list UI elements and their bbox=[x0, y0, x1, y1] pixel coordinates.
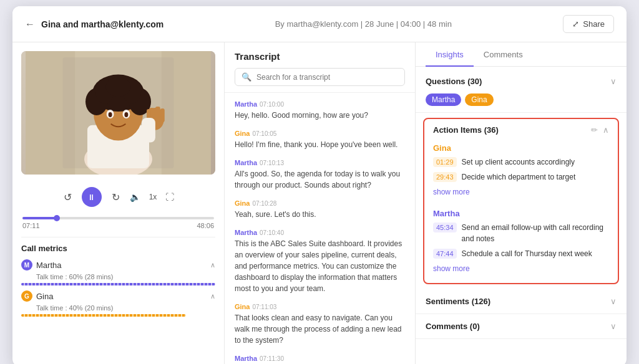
header-meta: By martha@klenty.com | 28 June | 04:00 |… bbox=[275, 19, 452, 29]
action-ts-martha-1: 47:44 bbox=[433, 249, 457, 259]
rewind-button[interactable]: ↺ bbox=[62, 190, 73, 204]
comments-chevron: ∨ bbox=[610, 322, 617, 331]
back-button[interactable]: ← bbox=[25, 19, 35, 30]
forward-button[interactable]: ↻ bbox=[110, 190, 121, 204]
transcript-text-1: Hello! I'm fine, thank you. Hope you've … bbox=[235, 139, 405, 150]
sentiments-title: Sentiments (126) bbox=[426, 297, 490, 306]
transcript-body: Martha07:10:00 Hey, hello. Good morning,… bbox=[225, 93, 415, 364]
action-item-gina-1: 29:43 Decide which department to target bbox=[433, 171, 609, 183]
transcript-panel: Transcript 🔍 Martha07:10:00 Hey, hello. … bbox=[225, 42, 416, 364]
talk-bar-martha bbox=[21, 283, 215, 285]
speed-label[interactable]: 1x bbox=[149, 193, 157, 201]
svg-point-15 bbox=[109, 112, 112, 117]
call-metrics: Call metrics M Martha ∧ Talk time : 60% … bbox=[21, 237, 215, 322]
speaker-label-5: Gina07:11:03 bbox=[235, 303, 405, 310]
action-ts-martha-0: 45:34 bbox=[433, 223, 457, 232]
speaker-name-gina: G Gina bbox=[21, 290, 53, 302]
sentiments-header[interactable]: Sentiments (126) ∨ bbox=[416, 289, 627, 314]
talk-time-gina: Talk time : 40% (20 mins) bbox=[36, 304, 215, 312]
share-icon: ⤢ bbox=[572, 19, 579, 29]
transcript-block-0: Martha07:10:00 Hey, hello. Good morning,… bbox=[235, 100, 405, 121]
svg-rect-19 bbox=[155, 107, 160, 122]
insights-tabs: Insights Comments bbox=[416, 42, 627, 67]
transcript-text-3: Yeah, sure. Let's do this. bbox=[235, 209, 405, 220]
action-item-gina-0: 01:29 Set up client accounts accordingly bbox=[433, 156, 609, 168]
transcript-block-4: Martha07:10:40 This is the ABC Sales Sui… bbox=[235, 229, 405, 294]
speaker-label-3: Gina07:10:28 bbox=[235, 199, 405, 207]
header: ← Gina and martha@klenty.com By martha@k… bbox=[12, 6, 627, 42]
speaker-label-0: Martha07:10:00 bbox=[235, 100, 405, 108]
action-text-martha-1: Schedule a call for Thursday next week bbox=[462, 248, 592, 259]
speaker-label-4: Martha07:10:40 bbox=[235, 229, 405, 236]
transcript-block-5: Gina07:11:03 That looks clean and easy t… bbox=[235, 303, 405, 346]
questions-section-header[interactable]: Questions (30) ∨ bbox=[416, 69, 627, 93]
progress-bar-container[interactable]: 07:11 48:06 bbox=[21, 217, 215, 229]
q-tag-gina[interactable]: Gina bbox=[465, 93, 493, 106]
action-items-title: Action Items (36) bbox=[433, 125, 499, 135]
questions-section-right: ∨ bbox=[610, 77, 617, 86]
speaker-row-martha: M Martha ∧ bbox=[21, 259, 215, 271]
chevron-gina[interactable]: ∧ bbox=[210, 292, 215, 300]
pause-button[interactable]: ⏸ bbox=[82, 187, 102, 207]
progress-fill bbox=[22, 217, 57, 219]
svg-point-12 bbox=[106, 77, 131, 97]
share-button[interactable]: ⤢ Share bbox=[563, 15, 614, 33]
transcript-header: Transcript 🔍 bbox=[225, 42, 415, 93]
fullscreen-icon[interactable]: ⛶ bbox=[165, 192, 174, 202]
transcript-text-4: This is the ABC Sales Suite dashboard. I… bbox=[235, 238, 405, 294]
transcript-title: Transcript bbox=[235, 51, 405, 62]
total-time: 48:06 bbox=[197, 222, 214, 229]
gina-show-more[interactable]: show more bbox=[433, 186, 609, 201]
speaker-label-gina: Gina bbox=[36, 292, 53, 301]
action-items-section: Action Items (36) ✏ ∧ Gina 01:29 Set up … bbox=[423, 118, 619, 284]
page-title: Gina and martha@klenty.com bbox=[41, 19, 163, 29]
speaker-initial-martha: M bbox=[21, 259, 32, 271]
svg-rect-22 bbox=[142, 118, 155, 143]
share-label: Share bbox=[583, 19, 605, 29]
video-player[interactable] bbox=[21, 51, 215, 175]
video-controls: ↺ ⏸ ↻ 🔈 1x ⛶ bbox=[21, 182, 215, 209]
chevron-martha[interactable]: ∧ bbox=[210, 261, 215, 269]
transcript-text-0: Hey, hello. Good morning, how are you? bbox=[235, 110, 405, 121]
martha-show-more[interactable]: show more bbox=[433, 263, 609, 278]
comments-title: Comments (0) bbox=[426, 322, 480, 331]
action-item-martha-1: 47:44 Schedule a call for Thursday next … bbox=[433, 248, 609, 259]
martha-action-group: Martha 45:34 Send an email follow-up wit… bbox=[424, 206, 618, 283]
action-items-header[interactable]: Action Items (36) ✏ ∧ bbox=[424, 119, 618, 141]
progress-thumb bbox=[54, 215, 60, 221]
left-panel: ↺ ⏸ ↻ 🔈 1x ⛶ 07: bbox=[12, 42, 225, 364]
comments-section: Comments (0) ∨ bbox=[416, 314, 627, 339]
tab-comments[interactable]: Comments bbox=[474, 42, 533, 67]
questions-title: Questions (30) bbox=[426, 77, 482, 86]
time-labels: 07:11 48:06 bbox=[22, 222, 214, 229]
transcript-block-1: Gina07:10:05 Hello! I'm fine, thank you.… bbox=[235, 130, 405, 150]
app-window: ← Gina and martha@klenty.com By martha@k… bbox=[12, 6, 627, 364]
q-tag-martha[interactable]: Martha bbox=[426, 93, 461, 106]
transcript-block-6: Martha07:11:30 Absolutely! To add a new … bbox=[235, 355, 405, 364]
comments-header[interactable]: Comments (0) ∨ bbox=[416, 314, 627, 338]
sentiments-chevron: ∨ bbox=[610, 297, 617, 306]
edit-icon[interactable]: ✏ bbox=[591, 125, 598, 135]
forward-icon: ↻ bbox=[112, 192, 120, 203]
speaker-row-gina: G Gina ∧ bbox=[21, 290, 215, 302]
transcript-block-2: Martha07:10:13 All's good. So, the agend… bbox=[235, 159, 405, 191]
speaker-label-2: Martha07:10:13 bbox=[235, 159, 405, 166]
transcript-search-box[interactable]: 🔍 bbox=[235, 68, 405, 86]
transcript-text-2: All's good. So, the agenda for today is … bbox=[235, 168, 405, 191]
insights-panel: Insights Comments Questions (30) ∨ bbox=[416, 42, 627, 364]
svg-rect-20 bbox=[160, 108, 165, 122]
speaker-label-1: Gina07:10:05 bbox=[235, 130, 405, 137]
talk-bar-gina bbox=[21, 314, 186, 317]
progress-track[interactable] bbox=[22, 217, 214, 219]
tab-insights[interactable]: Insights bbox=[426, 42, 474, 67]
speaker-initial-gina: G bbox=[21, 290, 32, 302]
metrics-title: Call metrics bbox=[21, 244, 215, 253]
questions-chevron: ∨ bbox=[610, 77, 617, 86]
action-text-gina-0: Set up client accounts accordingly bbox=[462, 156, 575, 168]
transcript-search-input[interactable] bbox=[256, 73, 398, 82]
action-items-chevron: ∧ bbox=[603, 125, 609, 135]
questions-section: Questions (30) ∨ Martha Gina bbox=[416, 69, 627, 113]
search-icon: 🔍 bbox=[241, 72, 251, 82]
martha-action-name: Martha bbox=[433, 209, 609, 218]
rewind-icon: ↺ bbox=[64, 192, 72, 203]
